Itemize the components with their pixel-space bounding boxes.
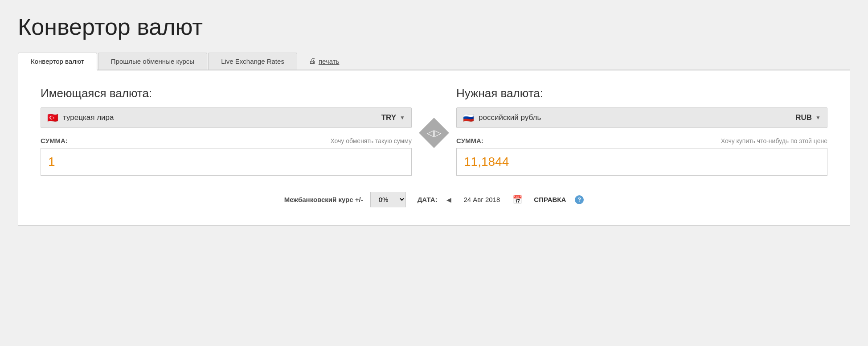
date-label: ДАТА:	[418, 196, 438, 203]
tab-live[interactable]: Live Exchange Rates	[208, 53, 297, 70]
to-currency-dropdown-icon: ▼	[815, 115, 821, 121]
main-panel: Имеющаяся валюта: 🇹🇷 турецкая лира TRY ▼…	[18, 70, 850, 226]
date-prev-button[interactable]: ◀	[445, 196, 453, 203]
swap-button[interactable]: ◁▷	[419, 118, 449, 148]
swap-icon: ◁▷	[427, 128, 441, 138]
from-amount-hint: Хочу обменять такую сумму	[330, 137, 412, 144]
bottom-bar: Межбанковский курс +/- 0% 1% 2% 3% 4% 5%…	[36, 192, 832, 207]
print-button[interactable]: 🖨 печать	[305, 53, 343, 70]
from-amount-label: СУММА:	[41, 137, 68, 144]
date-value: 24 Авг 2018	[460, 196, 504, 203]
help-icon[interactable]: ?	[575, 195, 584, 204]
to-currency-label: Нужная валюта:	[456, 86, 827, 100]
to-currency-name: российский рубль	[479, 113, 795, 122]
from-currency-selector[interactable]: 🇹🇷 турецкая лира TRY ▼	[41, 107, 412, 128]
from-currency-section: Имеющаяся валюта: 🇹🇷 турецкая лира TRY ▼…	[36, 86, 416, 176]
calendar-icon[interactable]: 📅	[512, 195, 522, 205]
from-currency-dropdown-icon: ▼	[400, 115, 405, 121]
to-currency-code: RUB	[795, 113, 812, 122]
from-amount-input[interactable]	[41, 148, 412, 176]
interbank-select[interactable]: 0% 1% 2% 3% 4% 5%	[370, 192, 406, 207]
tab-history[interactable]: Прошлые обменные курсы	[98, 53, 207, 70]
to-amount-input[interactable]	[456, 148, 827, 176]
from-currency-flag: 🇹🇷	[47, 112, 58, 123]
from-currency-name: турецкая лира	[63, 113, 381, 122]
to-currency-flag: 🇷🇺	[463, 112, 474, 123]
tabs-bar: Конвертор валют Прошлые обменные курсы L…	[18, 53, 850, 70]
swap-col: ◁▷	[416, 86, 452, 144]
page-title: Конвертор валют	[18, 13, 850, 40]
to-currency-selector[interactable]: 🇷🇺 российский рубль RUB ▼	[456, 107, 827, 128]
from-currency-code: TRY	[381, 113, 396, 122]
converter-grid: Имеющаяся валюта: 🇹🇷 турецкая лира TRY ▼…	[36, 86, 832, 176]
from-currency-label: Имеющаяся валюта:	[41, 86, 412, 100]
to-amount-label: СУММА:	[456, 137, 483, 144]
interbank-label: Межбанковский курс +/-	[284, 196, 363, 203]
tab-converter[interactable]: Конвертор валют	[18, 53, 97, 70]
to-currency-section: Нужная валюта: 🇷🇺 российский рубль RUB ▼…	[452, 86, 832, 176]
print-icon: 🖨	[309, 57, 316, 65]
to-amount-hint: Хочу купить что-нибудь по этой цене	[721, 137, 827, 144]
help-label: СПРАВКА	[534, 196, 566, 203]
